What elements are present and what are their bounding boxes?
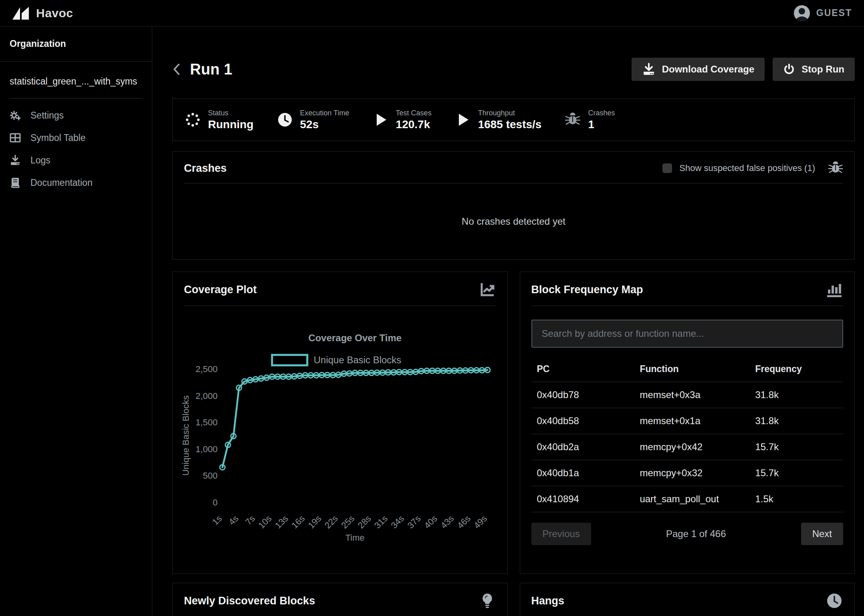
stat-value: 1685 tests/s (478, 118, 542, 131)
cell-pc: 0x40db2a (531, 434, 634, 460)
crashes-title: Crashes (184, 162, 227, 175)
play-icon (373, 112, 389, 128)
pagination: Previous Page 1 of 466 Next (531, 523, 844, 545)
stat-execution-time: Execution Time 52s (277, 109, 349, 131)
svg-text:10s: 10s (256, 513, 274, 531)
table-row[interactable]: 0x40db58 memset+0x1a 31.8k (531, 408, 844, 434)
newly-discovered-blocks-title: Newly Discovered Blocks (184, 595, 315, 607)
table-icon (10, 132, 21, 143)
svg-text:1,000: 1,000 (196, 444, 218, 454)
svg-text:4s: 4s (227, 513, 240, 527)
crashes-panel: Crashes Show suspected false positives (… (172, 151, 855, 260)
svg-text:13s: 13s (273, 513, 290, 531)
cell-frequency: 15.7k (749, 434, 843, 460)
back-button[interactable] (172, 61, 184, 77)
play-icon (455, 112, 471, 128)
cell-frequency: 1.5k (749, 486, 843, 512)
line-chart-icon (478, 281, 496, 298)
next-page-button[interactable]: Next (801, 523, 843, 545)
table-row[interactable]: 0x410894 uart_sam_poll_out 1.5k (531, 486, 844, 512)
sidebar-item-label: Symbol Table (30, 133, 86, 143)
stat-throughput: Throughput 1685 tests/s (455, 109, 542, 131)
cell-function: memset+0x3a (634, 382, 749, 408)
svg-text:49s: 49s (472, 513, 489, 531)
false-positives-checkbox[interactable] (662, 163, 672, 173)
power-icon (783, 63, 795, 75)
org-section: Organization (0, 26, 152, 62)
project-name[interactable]: statistical_green_..._with_syms (0, 62, 152, 98)
stat-label: Throughput (478, 109, 542, 117)
svg-text:1,500: 1,500 (196, 417, 218, 427)
chevron-left-icon (172, 62, 181, 76)
stat-test-cases: Test Cases 120.7k (373, 109, 432, 131)
block-frequency-table: PC Function Frequency 0x40db78 memset+0x… (531, 356, 844, 512)
download-icon (10, 155, 21, 166)
column-header-frequency: Frequency (749, 356, 843, 382)
table-row[interactable]: 0x40db1a memcpy+0x32 15.7k (531, 460, 844, 486)
stat-label: Status (208, 109, 254, 117)
previous-page-button[interactable]: Previous (531, 523, 591, 545)
coverage-plot-title: Coverage Plot (184, 284, 257, 296)
column-header-pc: PC (531, 356, 634, 382)
svg-text:43s: 43s (439, 513, 456, 531)
svg-text:25s: 25s (339, 513, 357, 531)
stat-value: 120.7k (396, 118, 432, 131)
sidebar-item-documentation[interactable]: Documentation (0, 171, 152, 194)
stop-run-button[interactable]: Stop Run (773, 58, 855, 81)
bar-chart-icon (826, 281, 843, 298)
cell-frequency: 15.7k (749, 460, 843, 486)
block-search-input[interactable] (531, 320, 844, 348)
lightbulb-icon (478, 592, 496, 610)
column-header-function: Function (634, 356, 749, 382)
main-content: Run 1 Download Coverage Stop Run (152, 26, 864, 616)
book-icon (10, 177, 21, 188)
page-title: Run 1 (190, 61, 232, 78)
svg-text:500: 500 (203, 471, 218, 481)
run-header: Run 1 Download Coverage Stop Run (172, 58, 855, 81)
cell-frequency: 31.8k (749, 382, 843, 408)
download-icon (642, 63, 656, 76)
table-row[interactable]: 0x40db2a memcpy+0x42 15.7k (531, 434, 844, 460)
svg-text:Coverage Over Time: Coverage Over Time (308, 332, 402, 343)
clock-icon (277, 112, 293, 128)
table-row[interactable]: 0x40db78 memset+0x3a 31.8k (531, 382, 844, 408)
svg-text:16s: 16s (289, 513, 307, 531)
bug-icon (565, 112, 581, 128)
svg-text:31s: 31s (372, 513, 390, 531)
bug-icon (828, 161, 843, 176)
svg-text:7s: 7s (243, 513, 257, 527)
cell-function: memcpy+0x42 (634, 434, 749, 460)
false-positives-label[interactable]: Show suspected false positives (1) (679, 163, 815, 173)
download-coverage-label: Download Coverage (662, 64, 755, 75)
user-menu[interactable]: GUEST (793, 4, 852, 22)
sidebar-item-settings[interactable]: Settings (0, 104, 152, 127)
cell-pc: 0x40db1a (531, 460, 634, 486)
stat-status: Status Running (185, 109, 254, 131)
divider (531, 306, 844, 306)
download-coverage-button[interactable]: Download Coverage (632, 58, 765, 81)
sidebar-item-label: Logs (30, 155, 50, 166)
clock-icon (826, 592, 843, 610)
sidebar-item-label: Documentation (30, 177, 93, 188)
hangs-panel: Hangs (520, 583, 855, 616)
cell-pc: 0x40db78 (531, 382, 634, 408)
svg-text:34s: 34s (389, 513, 406, 531)
cell-function: memset+0x1a (634, 408, 749, 434)
sidebar-item-symbol-table[interactable]: Symbol Table (0, 127, 152, 149)
stat-crashes: Crashes 1 (565, 109, 615, 131)
svg-text:Time: Time (345, 533, 365, 543)
stat-value: Running (208, 118, 254, 131)
stat-label: Execution Time (300, 109, 349, 117)
svg-text:40s: 40s (422, 513, 439, 531)
cell-function: uart_sam_poll_out (634, 486, 749, 512)
stat-value: 1 (588, 118, 615, 131)
svg-text:1s: 1s (210, 513, 224, 527)
sidebar-item-logs[interactable]: Logs (0, 149, 152, 171)
stop-run-label: Stop Run (801, 64, 844, 75)
cell-pc: 0x40db58 (531, 408, 634, 434)
cell-pc: 0x410894 (531, 486, 634, 512)
coverage-chart: Coverage Over TimeUnique Basic Blocks050… (173, 306, 507, 566)
stat-label: Crashes (588, 109, 615, 117)
svg-text:22s: 22s (323, 513, 340, 531)
top-navbar: Havoc GUEST (0, 0, 864, 26)
